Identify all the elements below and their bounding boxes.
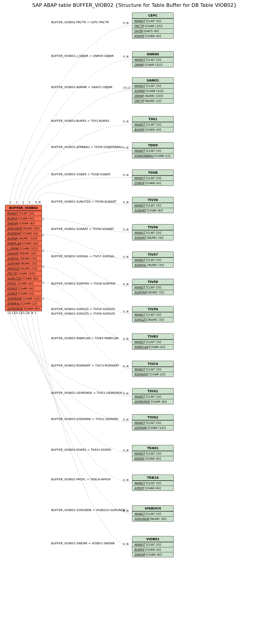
edge-label: BUFFER_VIOB02-SGRGZS = TIV59-SGRGZS <box>51 312 115 315</box>
edge-label: 0..N <box>123 478 128 482</box>
edge-label: BUFFER_VIOB02-SGRQAL = TIV57-SGRQAL <box>51 254 115 258</box>
edge-label: BUFFER_VIOB02-GEMEINDE = TIVG1-GEMEINDE <box>51 391 123 394</box>
entity-t001: T001MANDT [CLNT (3)]BUKRS [CHAR (4)] <box>132 116 174 132</box>
edge-label: 0..N <box>123 256 128 258</box>
entity-field: SGRART [NUMC (4)] <box>5 251 42 256</box>
entity-field: GEMEINDE [CHAR (8)] <box>132 399 173 404</box>
entity-field: ADRNR [CHAR (10)] <box>132 88 173 93</box>
entity-field: BUKRS [CHAR (4)] <box>132 547 173 552</box>
edge-label: 0..N <box>28 312 33 314</box>
entity-header: TIV59 <box>132 306 173 312</box>
entity-field: MANDT [CLNT (3)] <box>132 258 173 262</box>
entity-tiv36: TIV36MANDT [CLNT (3)]SUNART [CHAR (8)] <box>132 197 174 213</box>
edge-label: 1 <box>42 281 44 284</box>
edge-label: 1 <box>42 297 44 300</box>
edge-label: 0..N <box>123 542 128 546</box>
entity-field: OBJNR [CHAR (22)] <box>132 62 173 67</box>
edge-label: BUFFER_VIOB02-PRCTR = CEPC-PRCTR <box>51 20 109 24</box>
entity-field: KOKRS [CHAR (4)] <box>5 286 42 291</box>
entity-field: SGRUNDB [NUMC (8)] <box>5 226 42 231</box>
edge-label: 0..N <box>123 22 128 24</box>
entity-field: OBJNR [NUMC (10)] <box>132 93 173 98</box>
entity-tkb1a: TKB1AMANDT [CLNT (3)]APROF [CHAR (6)] <box>132 475 174 491</box>
edge-label: 0..N <box>123 55 128 58</box>
entity-header: TKA01 <box>132 445 173 451</box>
edge-label: 0..N <box>123 120 128 123</box>
entity-field: MANDT [CLNT (3)] <box>132 285 173 290</box>
edge-label: 0..N <box>123 509 128 512</box>
edge-label: BUFFER_VIOB02-SGRART = TIV56-SGRART <box>51 227 114 230</box>
edge-label: 1 <box>42 218 44 220</box>
entity-tka01: TKA01MANDT [CLNT (3)]KOKRS [CHAR (4)] <box>132 445 174 461</box>
entity-field: GSBER [CHAR (4)] <box>5 291 42 296</box>
entity-field: MANDT [CLNT (3)] <box>132 83 173 88</box>
edge-label: BUFFER_VIOB02-KOKRS = TKA01-KOKRS <box>51 448 111 452</box>
entity-field: GEMEINDE [CHAR (8)] <box>5 306 42 311</box>
edge-label: BUFFER_VIOB02-SUNUTZA = TIV36-SUNART <box>51 200 116 203</box>
entity-header: TIVB3 <box>132 334 173 340</box>
edge-label: BUFFER_VIOB02-XGEMARK = TIVG2-GEMARK <box>51 417 118 421</box>
edge-label: 1 <box>22 201 24 204</box>
entity-header: TIV36 <box>132 197 173 203</box>
entity-header: T001 <box>132 116 173 122</box>
entity-header: TKB1A <box>132 475 173 480</box>
entity-tivb3: TIVB3MANDT [CLNT (3)]RNBPLAN [CHAR (4)] <box>132 334 174 350</box>
edge-label: BUFFER_VIOB02-BUKRS = T001-BUKRS <box>51 119 109 122</box>
entity-header: TIV57 <box>132 252 173 258</box>
entity-sano1: SANO1MANDT [CLNT (3)]ADRNR [CHAR (10)]OB… <box>132 78 174 104</box>
entity-field: RNBPLAN [CHAR (4)] <box>132 344 173 350</box>
entity-field: RNBPLAN [CHAR (4)] <box>5 241 42 246</box>
edge-label: 0..N <box>123 449 128 452</box>
edge-label: BUFFER_VIOB02-SGRFRM = TIV58-SGRFRM <box>51 282 115 285</box>
entity-header: VIGBUCH <box>132 506 173 511</box>
entity-field: KOKRS [CHAR (4)] <box>132 34 173 38</box>
entity-field: MANDT [CLNT (3)] <box>132 230 173 235</box>
entity-header: TIV58 <box>132 279 173 285</box>
edge-label: 0..N <box>123 392 128 395</box>
entity-field: SGRART [NUMC (4)] <box>132 235 173 240</box>
entity-field: ADRNR [NUMC (10)] <box>5 236 42 241</box>
entity-header: VIOB01 <box>132 536 173 542</box>
entity-field: MANDT [CLNT (3)] <box>132 367 173 372</box>
edge-label: 0..N <box>35 201 41 204</box>
edge-label: 1 <box>42 265 44 268</box>
entity-field: MANDT [CLNT (3)] <box>132 480 173 486</box>
edge-label: BUFFER_VIOB02-GSBER = TGSB-GSBER <box>51 172 110 176</box>
edge-label: 1 <box>10 201 12 204</box>
entity-field: SGRFRM [NUMC (3)] <box>132 290 173 295</box>
entity-field: JERBBAU [CHAR (1)] <box>5 301 42 306</box>
page-title: SAP ABAP table BUFFER_VIOB02 {Structure … <box>0 2 269 8</box>
entity-field: SGRQAL [NUMC (3)] <box>132 262 173 268</box>
entity-field: MANDT [CLNT (3)] <box>132 542 173 547</box>
entity-field: MANDT [CLNT (3)] <box>132 18 173 24</box>
entity-field: MANDT [CLNT (3)] <box>132 451 173 456</box>
entity-header: BUFFER_VIOB02 <box>5 205 42 211</box>
entity-field: PRCTR [CHAR (10)] <box>5 271 42 276</box>
entity-tgsb: TGSBMANDT [CLNT (3)]GSBER [CHAR (4)] <box>132 170 174 186</box>
edge-label: BUFFER_VIOB02-PROFL = TKB1A-APROF <box>51 478 111 481</box>
edge-label: 0..N <box>123 365 128 368</box>
entity-tivg1: TIVG1MANDT [CLNT (3)]GEMEINDE [CHAR (8)] <box>132 388 174 404</box>
edge-label: 0..N <box>123 310 128 313</box>
entity-field: SUNUTZA [CHAR (8)] <box>5 276 42 281</box>
entity-field: SWENR [CHAR (8)] <box>5 221 42 226</box>
edge-label: 0..N <box>123 228 128 231</box>
entity-tivg2: TIVG2MANDT [CLNT (3)]GEMARK [CHAR (12)] <box>132 414 174 430</box>
entity-field: MANDT [CLNT (3)] <box>132 511 173 516</box>
edge-label: {0,1} <box>123 86 131 90</box>
entity-tiv56: TIV56MANDT [CLNT (3)]SGRART [NUMC (4)] <box>132 224 174 240</box>
entity-field: MANDT [CLNT (3)] <box>132 176 173 180</box>
entity-buffer_viob02: BUFFER_VIOB02MANDT [CLNT (3)]BUKRS [CHAR… <box>5 205 42 311</box>
edge-label: 1 <box>42 233 44 236</box>
edge-label: BUFFER_VIOB02-RNBPLAN = TIVB3-RNBPLAN <box>51 336 118 340</box>
entity-field: RGRNART [CHAR (2)] <box>5 231 42 236</box>
entity-field: GSBER [CHAR (4)] <box>132 180 173 186</box>
entity-cepc: CEPCMANDT [CLNT (3)]PRCTR [CHAR (10)]DAT… <box>132 12 174 39</box>
entity-field: MANDT [CLNT (3)] <box>132 57 173 62</box>
entity-field: XGEMARK [CHAR (12)] <box>5 296 42 301</box>
entity-field: SGRGZS [NUMC (3)] <box>132 317 173 322</box>
entity-header: TIVG1 <box>132 388 173 394</box>
entity-field: KOKRS [CHAR (4)] <box>132 456 173 461</box>
entity-header: CEPC <box>132 13 173 18</box>
edge-label: BUFFER_VIOB02-RGRNART = TIVC4-RGRNART <box>51 364 119 367</box>
